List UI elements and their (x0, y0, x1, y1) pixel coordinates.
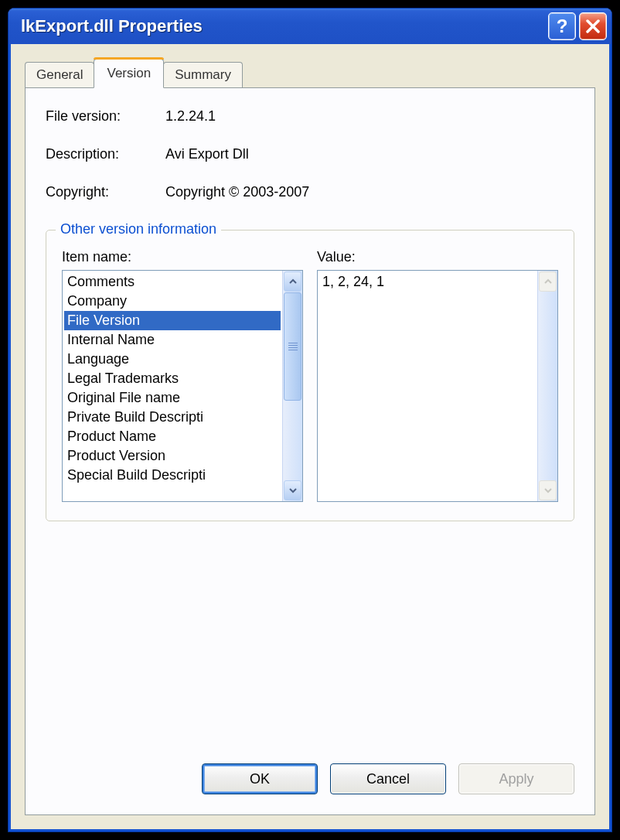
file-version-value: 1.2.24.1 (165, 108, 574, 125)
groupbox-title: Other version information (56, 221, 221, 237)
button-row: OK Cancel Apply (46, 746, 574, 794)
value-scrollbar (537, 271, 557, 501)
chevron-down-icon (288, 486, 298, 495)
file-version-label: File version: (46, 108, 165, 125)
apply-button: Apply (458, 763, 574, 794)
list-item[interactable]: Private Build Descripti (64, 408, 281, 427)
tab-general[interactable]: General (25, 62, 94, 87)
list-item[interactable]: File Version (64, 311, 281, 330)
list-item[interactable]: Special Build Descripti (64, 466, 281, 485)
tab-version[interactable]: Version (94, 59, 164, 88)
scroll-down-button[interactable] (284, 480, 301, 500)
scroll-thumb[interactable] (284, 292, 301, 401)
description-label: Description: (46, 146, 165, 162)
scroll-down-button (539, 480, 557, 500)
list-item[interactable]: Internal Name (64, 330, 281, 350)
list-item[interactable]: Original File name (64, 388, 281, 408)
close-button[interactable] (579, 12, 607, 40)
properties-dialog: lkExport.dll Properties ? General Versio… (8, 8, 612, 832)
value-text: 1, 2, 24, 1 (318, 271, 537, 501)
ok-button[interactable]: OK (202, 763, 318, 794)
list-item[interactable]: Language (64, 350, 281, 369)
list-item[interactable]: Product Name (64, 427, 281, 446)
list-inner: CommentsCompanyFile VersionInternal Name… (63, 271, 282, 501)
copyright-value: Copyright © 2003-2007 (165, 184, 574, 200)
group-columns: Item name: CommentsCompanyFile VersionIn… (62, 249, 558, 502)
value-column: Value: 1, 2, 24, 1 (317, 249, 558, 502)
copyright-label: Copyright: (46, 184, 165, 200)
listbox-scrollbar[interactable] (282, 271, 302, 501)
client-area: General Version Summary File version: 1.… (9, 44, 611, 831)
list-item[interactable]: Legal Trademarks (64, 369, 281, 388)
scroll-track[interactable] (283, 292, 302, 480)
tabs-row: General Version Summary (25, 60, 595, 87)
close-icon (585, 19, 601, 34)
chevron-up-icon (543, 277, 553, 286)
titlebar-buttons: ? (548, 12, 607, 40)
cancel-button[interactable]: Cancel (330, 763, 446, 794)
list-item[interactable]: Product Version (64, 446, 281, 466)
list-item[interactable]: Company (64, 292, 281, 311)
other-version-groupbox: Other version information Item name: Com… (46, 230, 574, 521)
help-icon: ? (557, 15, 568, 37)
value-box: 1, 2, 24, 1 (317, 270, 558, 502)
description-row: Description: Avi Export Dll (46, 146, 574, 162)
list-item[interactable]: Comments (64, 272, 281, 292)
help-button[interactable]: ? (548, 12, 576, 40)
chevron-down-icon (543, 486, 553, 495)
item-name-listbox[interactable]: CommentsCompanyFile VersionInternal Name… (62, 270, 303, 502)
value-label: Value: (317, 249, 558, 265)
scroll-up-button[interactable] (284, 271, 301, 292)
copyright-row: Copyright: Copyright © 2003-2007 (46, 184, 574, 200)
description-value: Avi Export Dll (165, 146, 574, 162)
scroll-track (538, 292, 557, 480)
file-version-row: File version: 1.2.24.1 (46, 108, 574, 125)
item-name-label: Item name: (62, 249, 303, 265)
scroll-up-button (539, 271, 557, 292)
tab-panel-version: File version: 1.2.24.1 Description: Avi … (25, 87, 595, 815)
tab-summary[interactable]: Summary (163, 62, 243, 87)
item-name-column: Item name: CommentsCompanyFile VersionIn… (62, 249, 303, 502)
titlebar[interactable]: lkExport.dll Properties ? (9, 9, 611, 44)
window-title: lkExport.dll Properties (21, 16, 548, 36)
chevron-up-icon (288, 277, 298, 286)
